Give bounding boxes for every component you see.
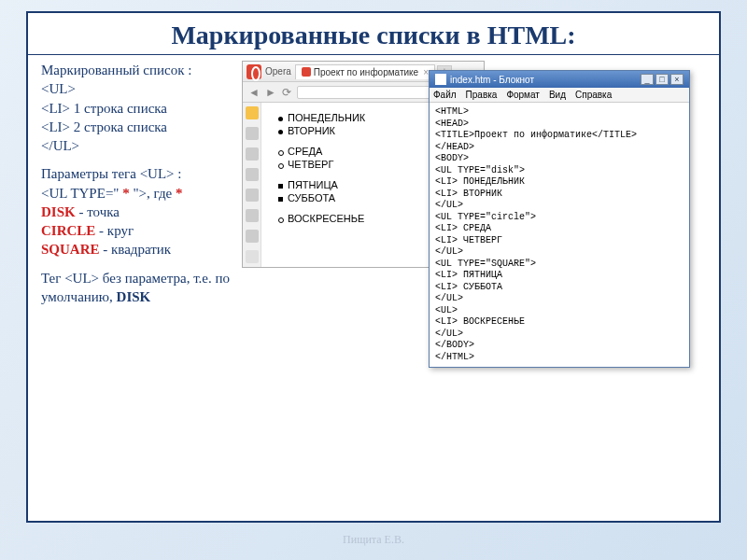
- params-type-a: <UL TYPE=": [41, 186, 122, 201]
- opera-app-label: Opera: [265, 66, 291, 77]
- note-disk: DISK: [117, 289, 151, 304]
- sidebar-star-icon[interactable]: [246, 127, 259, 140]
- notepad-textarea[interactable]: <HTML> <HEAD> <TITLE>Проект по информати…: [430, 103, 689, 367]
- code-li-1: <LI> 1 строка списка: [41, 99, 242, 118]
- slide-content: Маркированный список : <UL> <LI> 1 строк…: [28, 55, 719, 321]
- params-label-ul: <UL>: [140, 166, 175, 181]
- sidebar-download-icon[interactable]: [246, 189, 259, 202]
- menu-view[interactable]: Вид: [549, 90, 566, 100]
- code-li-2: <LI> 2 строка списка: [41, 118, 242, 136]
- browser-tab[interactable]: Проект по информатике ×: [295, 64, 435, 79]
- sidebar-heart-icon[interactable]: [246, 147, 259, 161]
- code-ul-close: </UL>: [41, 136, 242, 155]
- left-column: Маркированный список : <UL> <LI> 1 строк…: [41, 61, 242, 315]
- circle-key: CIRCLE: [41, 223, 95, 238]
- circle-line: CIRCLE - круг: [41, 221, 242, 240]
- circle-val: - круг: [95, 223, 134, 238]
- params-label-a: Параметры тега: [41, 166, 140, 181]
- sidebar-settings-icon[interactable]: [246, 230, 259, 243]
- sidebar-plus-icon[interactable]: [246, 250, 259, 263]
- notepad-titlebar: index.htm - Блокнот _ □ ×: [430, 71, 689, 88]
- params-type-star: *: [122, 186, 130, 201]
- reload-icon[interactable]: ⟳: [282, 86, 291, 99]
- minimize-button[interactable]: _: [641, 74, 654, 85]
- note-block: Тег <UL> без параметра, т.е. по умолчани…: [41, 269, 242, 307]
- code-ul-open: <UL>: [41, 79, 242, 98]
- menu-edit[interactable]: Правка: [466, 90, 498, 100]
- sidebar-history-icon[interactable]: [246, 168, 259, 181]
- back-icon[interactable]: ◄: [248, 86, 260, 99]
- opera-logo-icon[interactable]: [247, 64, 261, 79]
- disk-val: - точка: [76, 204, 120, 219]
- params-type-line: <UL TYPE=" * ">, где *: [41, 184, 242, 203]
- slide-frame: Маркированные списки в HTML: Маркированн…: [26, 11, 721, 523]
- notepad-menubar: Файл Правка Формат Вид Справка: [430, 88, 689, 103]
- params-star2: *: [176, 186, 183, 201]
- forward-icon[interactable]: ►: [265, 86, 276, 99]
- footer-credit: Пищита Е.В.: [0, 533, 747, 547]
- tab-title: Проект по информатике: [314, 67, 418, 77]
- params-where: , где: [147, 186, 176, 201]
- params-type-b: ">: [130, 186, 147, 201]
- close-button[interactable]: ×: [670, 74, 684, 85]
- menu-file[interactable]: Файл: [433, 90, 457, 100]
- note-ul: <UL>: [64, 271, 99, 286]
- notepad-app-icon: [435, 74, 446, 85]
- notepad-window: index.htm - Блокнот _ □ × Файл Правка Фо…: [429, 70, 690, 368]
- window-controls: _ □ ×: [641, 74, 684, 85]
- slide-title: Маркированные списки в HTML:: [28, 13, 719, 55]
- params-label-b: :: [175, 166, 182, 181]
- square-line: SQUARE - квадратик: [41, 240, 242, 259]
- square-key: SQUARE: [41, 242, 100, 257]
- note-a: Тег: [41, 271, 64, 286]
- tab-favicon-icon: [302, 67, 311, 77]
- right-column: Opera Проект по информатике × + ◄ ► ⟳: [242, 61, 710, 315]
- notepad-title-text: index.htm - Блокнот: [450, 75, 534, 85]
- disk-key: DISK: [41, 204, 76, 219]
- opera-sidebar: [243, 103, 261, 267]
- maximize-button[interactable]: □: [655, 74, 669, 85]
- disk-line: DISK - точка: [41, 203, 242, 221]
- sidebar-icon[interactable]: [246, 106, 259, 119]
- square-val: - квадратик: [100, 242, 172, 257]
- params-line: Параметры тега <UL> :: [41, 164, 242, 183]
- menu-format[interactable]: Формат: [506, 90, 540, 100]
- menu-help[interactable]: Справка: [575, 90, 612, 100]
- sidebar-extensions-icon[interactable]: [246, 209, 259, 222]
- example-heading: Маркированный список :: [41, 61, 242, 79]
